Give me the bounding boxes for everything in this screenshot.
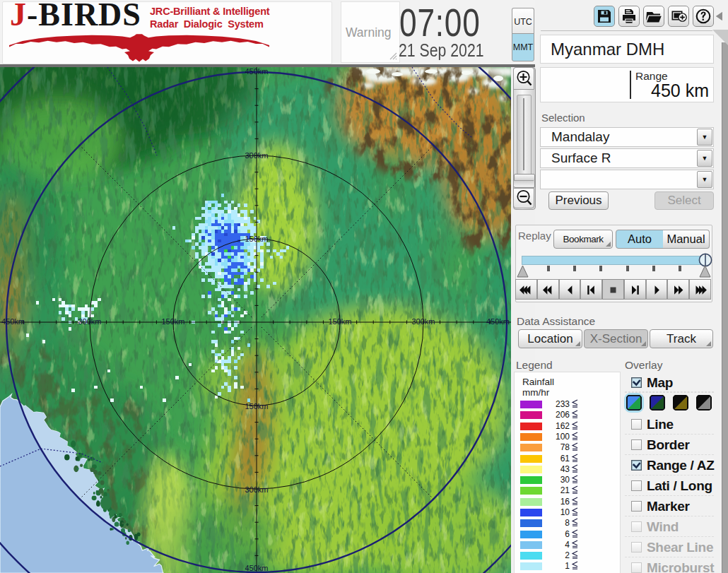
svg-text:300km: 300km <box>411 317 435 326</box>
svg-text:450km: 450km <box>1 317 25 326</box>
svg-text:300km: 300km <box>245 151 268 160</box>
svg-text:450km: 450km <box>245 564 268 572</box>
svg-text:150km: 150km <box>328 317 351 326</box>
svg-text:150km: 150km <box>245 402 268 410</box>
svg-text:150km: 150km <box>245 235 268 243</box>
svg-text:300km: 300km <box>78 317 101 326</box>
svg-text:150km: 150km <box>161 317 184 326</box>
svg-text:450km: 450km <box>486 317 510 326</box>
svg-text:450km: 450km <box>245 67 268 76</box>
svg-text:300km: 300km <box>245 485 268 494</box>
